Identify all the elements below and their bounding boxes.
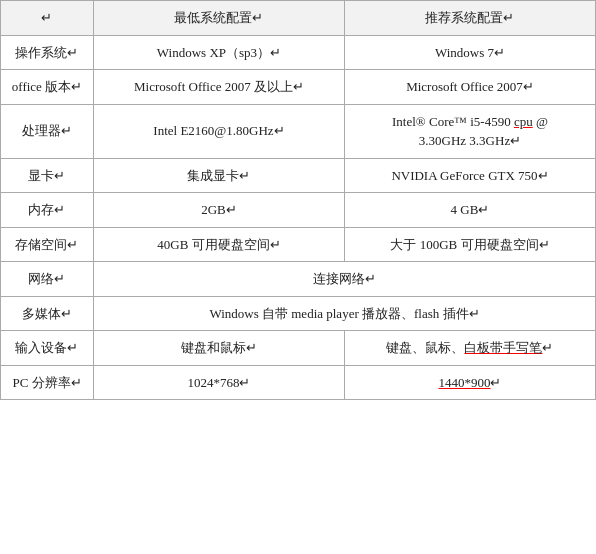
- row-resolution-label: PC 分辨率↵: [1, 365, 94, 400]
- row-ram-rec: 4 GB↵: [344, 193, 595, 228]
- table-row: 输入设备↵ 键盘和鼠标↵ 键盘、鼠标、白板带手写笔↵: [1, 331, 596, 366]
- row-input-rec-text: 键盘、鼠标、白板带手写笔↵: [386, 340, 553, 355]
- row-resolution-rec-text: 1440*900↵: [438, 375, 501, 390]
- table-row: 存储空间↵ 40GB 可用硬盘空间↵ 大于 100GB 可用硬盘空间↵: [1, 227, 596, 262]
- row-input-label: 输入设备↵: [1, 331, 94, 366]
- row-network-label: 网络↵: [1, 262, 94, 297]
- cpu-underline-text: cpu: [514, 114, 533, 129]
- row-input-rec: 键盘、鼠标、白板带手写笔↵: [344, 331, 595, 366]
- table-row: 显卡↵ 集成显卡↵ NVIDIA GeForce GTX 750↵: [1, 158, 596, 193]
- resolution-underline: 1440*900: [438, 375, 490, 390]
- row-os-label: 操作系统↵: [1, 35, 94, 70]
- row-cpu-label: 处理器↵: [1, 104, 94, 158]
- header-rec-label: 推荐系统配置↵: [425, 10, 514, 25]
- row-cpu-min: Intel E2160@1.80GHz↵: [93, 104, 344, 158]
- row-office-label: office 版本↵: [1, 70, 94, 105]
- row-ram-min: 2GB↵: [93, 193, 344, 228]
- row-media-label: 多媒体↵: [1, 296, 94, 331]
- row-gpu-min: 集成显卡↵: [93, 158, 344, 193]
- table-row: 内存↵ 2GB↵ 4 GB↵: [1, 193, 596, 228]
- header-col3: 推荐系统配置↵: [344, 1, 595, 36]
- row-os-min: Windows XP（sp3）↵: [93, 35, 344, 70]
- row-storage-min: 40GB 可用硬盘空间↵: [93, 227, 344, 262]
- whiteboard-underline: 白板带手写笔: [464, 340, 542, 355]
- row-input-min: 键盘和鼠标↵: [93, 331, 344, 366]
- row-cpu-rec-line2: 3.30GHz 3.3GHz↵: [419, 133, 521, 148]
- table-row: 操作系统↵ Windows XP（sp3）↵ Windows 7↵: [1, 35, 596, 70]
- row-resolution-min: 1024*768↵: [93, 365, 344, 400]
- table-row: office 版本↵ Microsoft Office 2007 及以上↵ Mi…: [1, 70, 596, 105]
- row-office-min: Microsoft Office 2007 及以上↵: [93, 70, 344, 105]
- header-col1: ↵: [1, 1, 94, 36]
- row-storage-rec: 大于 100GB 可用硬盘空间↵: [344, 227, 595, 262]
- row-ram-label: 内存↵: [1, 193, 94, 228]
- table-header-row: ↵ 最低系统配置↵ 推荐系统配置↵: [1, 1, 596, 36]
- table-row: 处理器↵ Intel E2160@1.80GHz↵ Intel® Core™ i…: [1, 104, 596, 158]
- row-office-rec: Microsoft Office 2007↵: [344, 70, 595, 105]
- header-col1-text: ↵: [41, 10, 52, 25]
- table-row: 多媒体↵ Windows 自带 media player 播放器、flash 插…: [1, 296, 596, 331]
- row-storage-label: 存储空间↵: [1, 227, 94, 262]
- row-cpu-rec: Intel® Core™ i5-4590 cpu @ 3.30GHz 3.3GH…: [344, 104, 595, 158]
- header-col2: 最低系统配置↵: [93, 1, 344, 36]
- table-row: PC 分辨率↵ 1024*768↵ 1440*900↵: [1, 365, 596, 400]
- row-gpu-rec: NVIDIA GeForce GTX 750↵: [344, 158, 595, 193]
- table-row: 网络↵ 连接网络↵: [1, 262, 596, 297]
- row-os-rec: Windows 7↵: [344, 35, 595, 70]
- system-requirements-table: ↵ 最低系统配置↵ 推荐系统配置↵ 操作系统↵ Windows XP（sp3）↵: [0, 0, 596, 400]
- row-network-merged: 连接网络↵: [93, 262, 595, 297]
- row-resolution-rec: 1440*900↵: [344, 365, 595, 400]
- row-cpu-rec-line1: Intel® Core™ i5-4590 cpu @: [392, 114, 548, 129]
- row-media-merged: Windows 自带 media player 播放器、flash 插件↵: [93, 296, 595, 331]
- row-gpu-label: 显卡↵: [1, 158, 94, 193]
- header-min-label: 最低系统配置↵: [174, 10, 263, 25]
